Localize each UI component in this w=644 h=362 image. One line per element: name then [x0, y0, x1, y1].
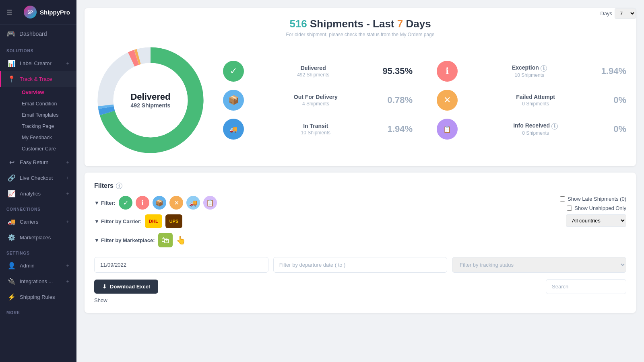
header-subtitle: For older shipment, please check the sta…	[94, 32, 626, 37]
filter-badge-out-delivery[interactable]: 📦	[153, 196, 166, 210]
right-filters: Show Late Shipments (0) Show Unshipped O…	[560, 196, 626, 227]
info-received-count: 0 Shipments	[464, 130, 607, 136]
days-select[interactable]: 7 14 30 60 90	[615, 8, 636, 19]
sidebar-header: ☰ SP ShippyPro	[0, 0, 76, 25]
title-end: Days	[406, 18, 431, 30]
stat-info-in-transit: In Transit 10 Shipments	[250, 123, 381, 136]
live-checkout-label: Live Checkout	[20, 175, 53, 181]
marketplace-funnel-icon: ▼	[94, 237, 99, 243]
section-solutions: SOLUTIONS	[0, 43, 76, 56]
shipping-rules-label: Shipping Rules	[20, 294, 55, 300]
admin-icon: 👤	[8, 262, 16, 269]
filter-badge-failed[interactable]: ✕	[169, 196, 183, 210]
sidebar-item-analytics[interactable]: 📈 Analytics ＋	[0, 186, 76, 202]
sidebar-item-label-creator[interactable]: 📊 Label Creator ＋	[0, 56, 76, 71]
days-selector[interactable]: Days 7 14 30 60 90	[600, 8, 636, 19]
live-checkout-icon: 🔗	[8, 174, 16, 182]
marketplace-filter-row: ▼ Filter by Marketplace: 🛍 👆	[94, 233, 555, 247]
filters-card: Filters ℹ ▼ Filter: ✓ ℹ 📦 ✕ 🚚 📋	[85, 173, 636, 313]
expand-icon-ad: ＋	[65, 262, 70, 269]
show-late-label: Show Late Shipments (0)	[568, 196, 626, 202]
filter-funnel-icon: ▼	[94, 200, 99, 206]
cursor-icon: 👆	[176, 235, 186, 245]
stat-info-delivered: Delivered 492 Shipments	[250, 65, 376, 78]
carrier-ups-badge[interactable]: UPS	[165, 214, 183, 228]
show-late-checkbox[interactable]	[560, 196, 565, 202]
failed-label: Failed Attempt	[464, 94, 607, 100]
sub-item-tracking-page[interactable]: Tracking Page	[19, 121, 76, 132]
download-excel-button[interactable]: ⬇ Download Excel	[94, 280, 158, 294]
tracking-status-select[interactable]: Filter by tracking status	[452, 257, 626, 273]
out-delivery-count: 4 Shipments	[250, 101, 381, 107]
section-more: MORE	[0, 305, 76, 317]
failed-count: 0 Shipments	[464, 101, 607, 107]
days-label: Days	[600, 10, 612, 16]
show-unshipped-checkbox[interactable]	[567, 206, 572, 211]
in-transit-count: 10 Shipments	[250, 130, 381, 136]
sub-item-customer-care[interactable]: Customer Care	[19, 143, 76, 154]
sidebar-item-integrations[interactable]: 🔌 Integrations ... ＋	[0, 274, 76, 289]
sidebar-item-live-checkout[interactable]: 🔗 Live Checkout ＋	[0, 170, 76, 186]
chart-section: Delivered 492 Shipments ✓ Delivered 492 …	[94, 44, 626, 156]
download-icon: ⬇	[102, 284, 107, 290]
stat-in-transit: 🚚 In Transit 10 Shipments 1.94%	[223, 119, 413, 140]
stat-info-failed: Failed Attempt 0 Shipments	[464, 94, 607, 107]
title-middle: Shipments - Last	[310, 18, 397, 30]
carrier-dhl-badge[interactable]: DHL	[145, 214, 162, 228]
carriers-icon: 🚚	[8, 218, 16, 226]
sidebar-item-track-trace[interactable]: 📍 Track & Trace －	[0, 71, 76, 87]
sub-item-email-templates[interactable]: Email Templates	[19, 109, 76, 121]
show-unshipped-label: Show Unshipped Only	[574, 205, 626, 211]
carrier-filter-label: ▼ Filter by Carrier:	[94, 218, 142, 224]
donut-center-sub: 492 Shipments	[130, 102, 170, 109]
sidebar-item-shipping-rules[interactable]: ⚡ Shipping Rules	[0, 289, 76, 305]
sidebar-item-marketplaces[interactable]: ⚙️ Marketplaces	[0, 230, 76, 245]
expand-icon-an: ＋	[65, 190, 70, 197]
section-settings: SETTINGS	[0, 245, 76, 258]
sub-item-email-condition[interactable]: Email Condition	[19, 98, 76, 109]
delivered-icon: ✓	[223, 61, 244, 82]
search-input[interactable]	[546, 279, 626, 294]
download-label: Download Excel	[110, 284, 150, 290]
from-date-input[interactable]	[94, 257, 268, 273]
sub-item-overview[interactable]: Overview	[19, 87, 76, 98]
stat-info-info-received: Info Received ℹ 0 Shipments	[464, 122, 607, 136]
shipments-header-card: Days 7 14 30 60 90 516 Shipments - Last …	[85, 8, 636, 166]
stat-exception: ℹ Exception ℹ 10 Shipments 1.94%	[437, 61, 626, 82]
delivered-count: 492 Shipments	[250, 72, 376, 78]
sub-item-my-feedback[interactable]: My Feedback	[19, 132, 76, 143]
in-transit-label: In Transit	[250, 123, 381, 129]
filter-badge-info[interactable]: 📋	[203, 196, 217, 210]
sidebar-item-dashboard[interactable]: 🎮 Dashboard	[0, 25, 76, 43]
marketplace-shopify-badge[interactable]: 🛍	[158, 233, 173, 247]
info-received-label: Info Received ℹ	[464, 122, 607, 130]
to-date-input[interactable]	[273, 257, 448, 273]
collapse-icon: －	[65, 76, 70, 82]
track-trace-icon: 📍	[8, 75, 16, 83]
show-row: Show	[94, 297, 626, 303]
country-select[interactable]: All countries	[566, 214, 626, 227]
filter-badge-transit[interactable]: 🚚	[186, 196, 200, 210]
hamburger-icon[interactable]: ☰	[6, 8, 12, 16]
info-received-icon: 📋	[437, 119, 458, 140]
out-delivery-icon: 📦	[223, 90, 244, 111]
shipments-count: 516	[289, 18, 307, 30]
expand-icon-c: ＋	[65, 218, 70, 225]
analytics-label: Analytics	[20, 191, 41, 197]
in-transit-icon: 🚚	[223, 119, 244, 140]
exception-pct: 1.94%	[601, 66, 626, 76]
exception-label: Exception ℹ	[464, 64, 595, 72]
analytics-icon: 📈	[8, 190, 16, 197]
stat-info-received: 📋 Info Received ℹ 0 Shipments 0%	[437, 119, 626, 140]
sidebar-item-carriers[interactable]: 🚚 Carriers ＋	[0, 214, 76, 230]
sidebar-item-easy-return[interactable]: ↩ Easy Return ＋	[0, 154, 76, 170]
sidebar-item-admin[interactable]: 👤 Admin ＋	[0, 258, 76, 274]
label-creator-label: Label Creator	[20, 60, 52, 66]
expand-icon-in: ＋	[65, 278, 70, 285]
carrier-funnel-icon: ▼	[94, 218, 99, 224]
in-transit-pct: 1.94%	[388, 124, 413, 134]
exception-icon: ℹ	[437, 61, 458, 82]
failed-pct: 0%	[613, 95, 626, 105]
filter-badge-exception[interactable]: ℹ	[136, 196, 149, 210]
filter-badge-delivered[interactable]: ✓	[119, 196, 132, 210]
